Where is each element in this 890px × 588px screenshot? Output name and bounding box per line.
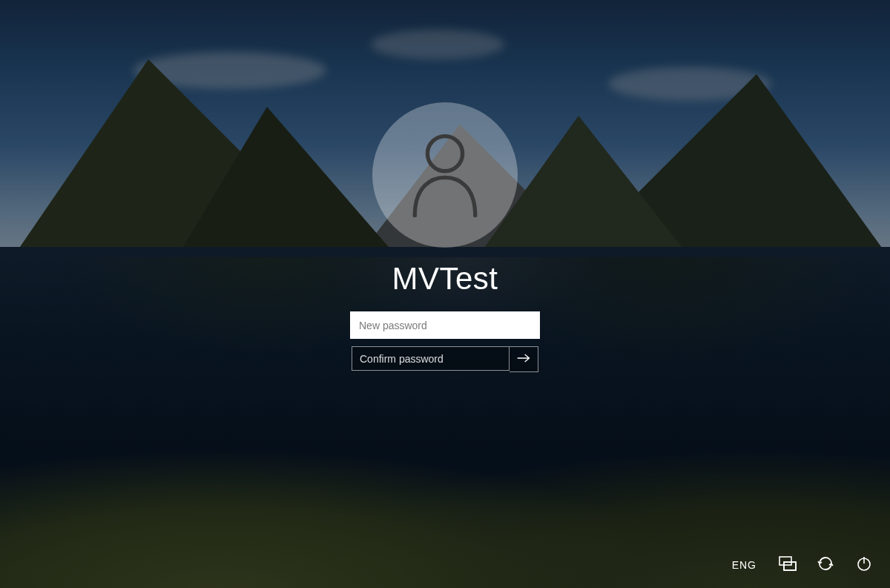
arrow-right-icon — [516, 353, 531, 366]
svg-rect-2 — [784, 562, 796, 570]
password-fields — [352, 313, 538, 371]
network-icon — [777, 555, 797, 575]
language-button[interactable]: ENG — [729, 554, 759, 576]
power-icon — [856, 555, 872, 575]
power-button[interactable] — [853, 554, 875, 576]
confirm-password-input[interactable] — [352, 346, 510, 371]
submit-button[interactable] — [510, 346, 538, 372]
lock-screen: MVTest ENG — [0, 0, 890, 588]
ease-of-access-icon — [817, 555, 834, 575]
network-button[interactable] — [776, 554, 798, 576]
username-label: MVTest — [392, 261, 498, 297]
new-password-input[interactable] — [352, 313, 538, 337]
system-tray: ENG — [729, 554, 875, 576]
ease-of-access-button[interactable] — [814, 554, 837, 576]
user-avatar — [372, 102, 518, 248]
login-panel: MVTest — [352, 102, 538, 371]
svg-point-0 — [427, 136, 462, 171]
user-icon — [405, 130, 485, 220]
